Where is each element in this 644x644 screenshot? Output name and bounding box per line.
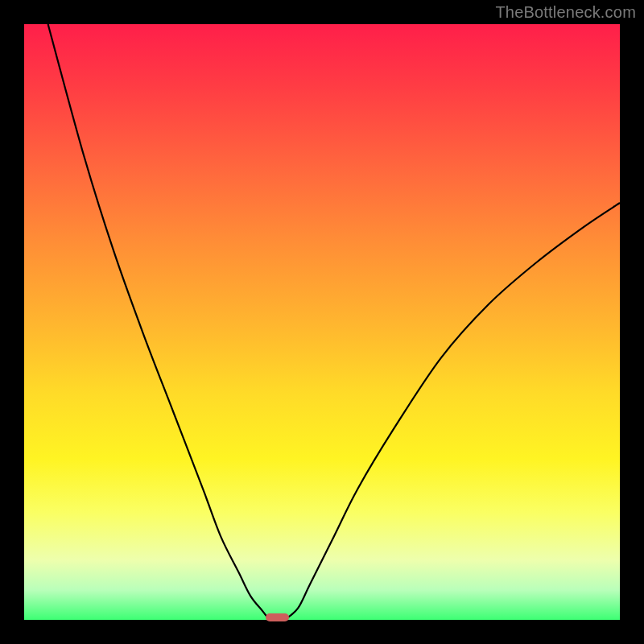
bottleneck-curve [24, 24, 620, 620]
chart-frame: TheBottleneck.com [0, 0, 644, 644]
watermark-text: TheBottleneck.com [495, 3, 636, 22]
curve-right-branch [287, 203, 620, 619]
curve-left-branch [48, 24, 269, 619]
plot-area [24, 24, 620, 620]
minimum-marker [266, 613, 290, 621]
